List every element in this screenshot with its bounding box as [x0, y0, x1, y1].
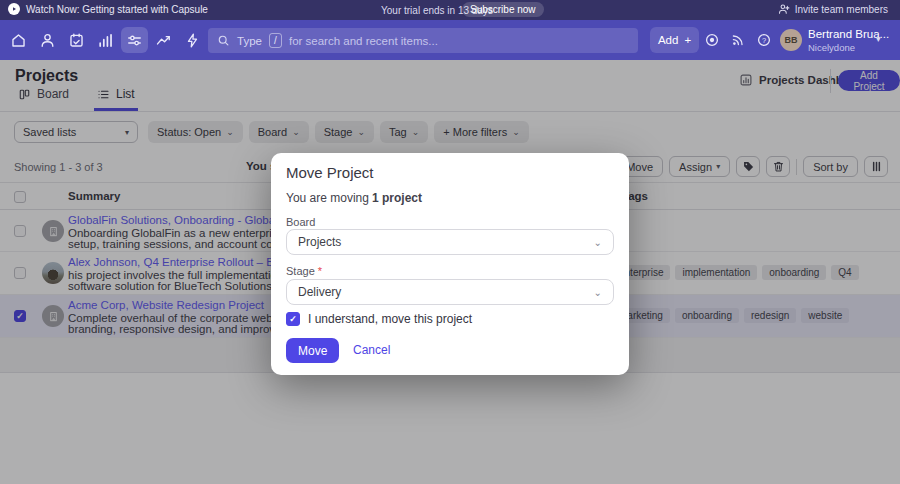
invite-team-members-link[interactable]: Invite team members — [778, 3, 888, 15]
confirm-checkbox-checked[interactable]: ✓ — [286, 312, 300, 326]
avatar[interactable]: BB — [780, 29, 802, 51]
check-icon: ✓ — [289, 314, 297, 324]
target-icon[interactable] — [704, 32, 720, 48]
calendar-icon[interactable] — [63, 27, 90, 53]
bar-chart-icon[interactable] — [92, 27, 119, 53]
board-label: Board — [286, 216, 315, 228]
plus-icon: + — [684, 34, 691, 46]
nav-icon-group — [5, 27, 206, 53]
home-icon[interactable] — [5, 27, 32, 53]
modal-moving-note: You are moving1 project — [286, 191, 422, 205]
chevron-down-icon: ⌄ — [594, 287, 602, 298]
watch-now-label: Watch Now: Getting started with Capsule — [26, 4, 208, 15]
invite-label: Invite team members — [795, 4, 888, 15]
moving-prefix: You are moving — [286, 191, 369, 205]
board-select-value: Projects — [298, 235, 341, 249]
modal-move-button[interactable]: Move — [286, 338, 339, 363]
search-type-label: Type — [237, 35, 262, 47]
search-placeholder: for search and recent items... — [289, 35, 438, 47]
subscribe-now-button[interactable]: Subscribe now — [462, 2, 544, 17]
trial-banner: Watch Now: Getting started with Capsule … — [0, 0, 900, 20]
help-icon[interactable]: ? — [756, 32, 772, 48]
trend-line-icon[interactable] — [150, 27, 177, 53]
stage-select[interactable]: Delivery ⌄ — [286, 279, 614, 305]
stage-select-value: Delivery — [298, 285, 341, 299]
chevron-down-icon[interactable]: ▾ — [876, 34, 881, 44]
person-plus-icon — [778, 3, 790, 15]
projects-icon[interactable] — [121, 27, 148, 53]
chevron-down-icon: ⌄ — [594, 237, 602, 248]
broadcast-icon[interactable] — [730, 32, 746, 48]
confirm-label: I understand, move this project — [308, 312, 472, 326]
svg-text:?: ? — [762, 36, 766, 45]
search-input[interactable]: Type / for search and recent items... — [208, 28, 638, 53]
stage-label-text: Stage — [286, 265, 315, 277]
add-button[interactable]: Add + — [650, 27, 699, 53]
play-icon — [8, 3, 20, 15]
slash-key-hint: / — [269, 33, 282, 48]
search-icon — [217, 34, 230, 47]
avatar-initials: BB — [785, 35, 798, 45]
required-mark: * — [318, 265, 322, 277]
add-label: Add — [658, 34, 678, 46]
confirm-row: ✓ I understand, move this project — [286, 312, 472, 326]
moving-count: 1 project — [372, 191, 422, 205]
modal-title: Move Project — [286, 164, 374, 181]
watch-now-link[interactable]: Watch Now: Getting started with Capsule — [8, 3, 208, 15]
move-project-modal: Move Project You are moving1 project Boa… — [271, 153, 629, 375]
people-icon[interactable] — [34, 27, 61, 53]
board-select[interactable]: Projects ⌄ — [286, 229, 614, 255]
lightning-bolt-icon[interactable] — [179, 27, 206, 53]
modal-cancel-button[interactable]: Cancel — [353, 343, 390, 357]
main-navbar: Type / for search and recent items... Ad… — [0, 20, 900, 60]
stage-label: Stage* — [286, 265, 322, 277]
